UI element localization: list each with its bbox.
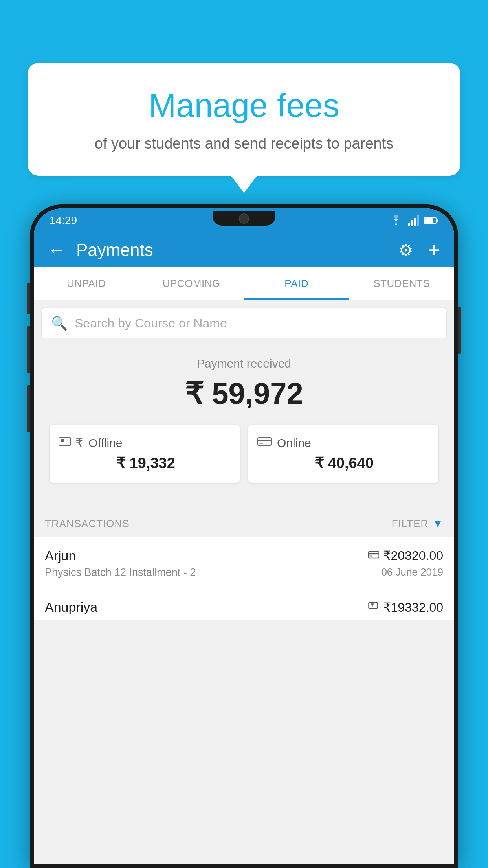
tab-unpaid[interactable]: UNPAID	[34, 267, 139, 300]
tabs-bar: UNPAID UPCOMING PAID STUDENTS	[34, 267, 454, 300]
transaction-description: Physics Batch 12 Installment - 2	[45, 566, 196, 579]
status-time: 14:29	[50, 214, 77, 227]
transaction-left: Arjun Physics Batch 12 Installment - 2	[45, 548, 196, 579]
status-icons	[390, 215, 438, 226]
transaction-right: ₹20320.00 06 June 2019	[368, 548, 443, 578]
offline-card: ₹ Offline ₹ 19,332	[50, 425, 240, 483]
transaction-amount-row: ₹ ₹19332.00	[368, 600, 443, 615]
wifi-icon	[390, 215, 402, 226]
offline-amount: ₹ 19,332	[59, 454, 231, 472]
svg-rect-10	[72, 436, 72, 437]
power-button	[458, 307, 461, 354]
search-bar[interactable]: 🔍 Search by Course or Name	[42, 308, 446, 338]
table-row: Arjun Physics Batch 12 Installment - 2 ₹…	[34, 537, 454, 588]
rupee-payment-icon: ₹	[368, 601, 379, 613]
phone-notch	[213, 211, 275, 226]
bubble-title: Manage fees	[47, 86, 441, 125]
tab-upcoming[interactable]: UPCOMING	[139, 267, 244, 300]
signal-icon	[408, 215, 419, 226]
app-header: ← Payments ⚙ +	[34, 233, 454, 267]
table-row: Anupriya ₹ ₹19332.00	[34, 588, 454, 620]
transactions-list: Arjun Physics Batch 12 Installment - 2 ₹…	[34, 537, 454, 620]
transaction-name: Anupriya	[45, 600, 97, 615]
svg-rect-15	[368, 553, 378, 554]
svg-rect-7	[437, 219, 438, 222]
filter-label: FILTER	[392, 518, 429, 530]
online-card: Online ₹ 40,640	[248, 425, 438, 483]
offline-card-header: ₹ Offline	[59, 436, 231, 450]
volume-down-button	[27, 326, 30, 373]
battery-icon	[424, 216, 438, 225]
transaction-date: 06 June 2019	[368, 566, 443, 578]
svg-rect-16	[369, 555, 372, 556]
svg-rect-12	[258, 440, 271, 441]
transaction-amount: ₹20320.00	[383, 548, 443, 563]
svg-rect-13	[259, 443, 263, 444]
transaction-amount-row: ₹20320.00	[368, 548, 443, 563]
svg-rect-2	[411, 220, 413, 226]
payment-total-amount: ₹ 59,972	[42, 376, 446, 411]
online-label: Online	[277, 436, 311, 450]
svg-rect-1	[408, 223, 410, 226]
online-payment-icon	[257, 436, 272, 450]
transaction-name: Arjun	[45, 548, 196, 563]
search-icon: 🔍	[51, 315, 68, 331]
bubble-subtitle: of your students and send receipts to pa…	[47, 133, 441, 154]
back-button[interactable]: ←	[48, 240, 65, 260]
front-camera	[239, 213, 249, 224]
offline-label: Offline	[88, 436, 122, 450]
transaction-amount: ₹19332.00	[383, 600, 443, 615]
svg-rect-9	[61, 439, 64, 442]
svg-point-0	[395, 224, 397, 226]
speech-bubble: Manage fees of your students and send re…	[28, 63, 460, 176]
tab-students[interactable]: STUDENTS	[349, 267, 455, 300]
svg-rect-14	[368, 551, 378, 558]
svg-rect-3	[414, 218, 416, 226]
online-amount: ₹ 40,640	[257, 454, 429, 472]
add-button[interactable]: +	[428, 238, 440, 262]
phone-screen: 14:29	[34, 208, 454, 864]
settings-button[interactable]: ⚙	[398, 241, 413, 260]
volume-up-button	[27, 283, 30, 314]
offline-payment-icon: ₹	[59, 436, 83, 450]
svg-text:₹: ₹	[371, 603, 374, 608]
payment-cards: ₹ Offline ₹ 19,332	[42, 425, 446, 483]
tab-paid[interactable]: PAID	[244, 267, 349, 300]
online-card-header: Online	[257, 436, 429, 450]
transactions-header: TRANSACTIONS FILTER ▼	[34, 508, 454, 537]
search-placeholder: Search by Course or Name	[75, 316, 227, 331]
transactions-label: TRANSACTIONS	[45, 518, 130, 530]
payment-received-label: Payment received	[42, 357, 446, 370]
phone-frame: 14:29	[30, 204, 458, 868]
filter-icon: ▼	[432, 517, 443, 530]
payment-summary: Payment received ₹ 59,972 ₹	[34, 338, 454, 508]
header-title: Payments	[76, 240, 387, 260]
svg-rect-4	[417, 215, 419, 226]
filter-button[interactable]: FILTER ▼	[392, 517, 443, 530]
card-payment-icon	[368, 550, 379, 562]
camera-button	[27, 385, 30, 432]
svg-rect-6	[425, 218, 433, 223]
